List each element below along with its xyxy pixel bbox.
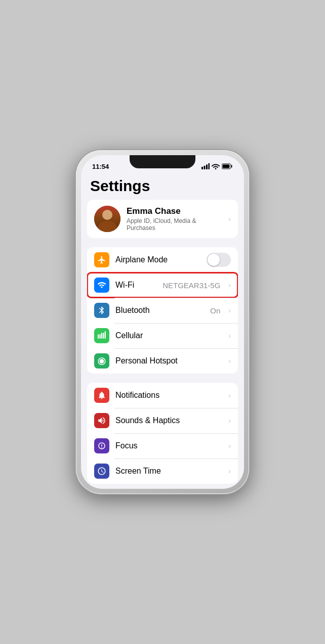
sounds-row[interactable]: Sounds & Haptics › — [87, 408, 238, 433]
connectivity-group: Airplane Mode Wi-Fi NETGEAR31-5G › — [87, 247, 238, 374]
hotspot-label: Personal Hotspot — [115, 356, 222, 365]
screentime-icon — [94, 464, 109, 479]
notifications-chevron: › — [228, 391, 231, 399]
airplane-icon — [94, 252, 109, 267]
notifications-group: Notifications › Sounds & Haptics › — [87, 383, 238, 484]
focus-icon — [94, 438, 109, 453]
profile-group: Emma Chase Apple ID, iCloud, Media & Pur… — [87, 200, 238, 238]
profile-subtitle: Apple ID, iCloud, Media & Purchases — [127, 217, 222, 232]
profile-chevron: › — [228, 215, 231, 223]
status-icons — [201, 163, 233, 169]
hotspot-row[interactable]: Personal Hotspot › — [87, 348, 238, 374]
status-time: 11:54 — [92, 163, 109, 170]
bluetooth-label: Bluetooth — [115, 306, 204, 315]
bluetooth-icon — [94, 303, 109, 318]
svg-rect-1 — [204, 166, 206, 169]
sounds-label: Sounds & Haptics — [115, 416, 222, 425]
notifications-icon — [94, 388, 109, 403]
hotspot-icon — [94, 353, 109, 369]
phone-frame: 11:54 Settings — [76, 150, 249, 494]
profile-row[interactable]: Emma Chase Apple ID, iCloud, Media & Pur… — [87, 200, 238, 238]
cellular-chevron: › — [228, 332, 231, 340]
notch — [130, 155, 195, 168]
hotspot-chevron: › — [228, 357, 231, 365]
screentime-row[interactable]: Screen Time › — [87, 458, 238, 484]
svg-rect-0 — [201, 167, 203, 169]
airplane-mode-toggle[interactable] — [207, 253, 231, 267]
bluetooth-chevron: › — [228, 306, 231, 314]
sounds-chevron: › — [228, 417, 231, 425]
cellular-label: Cellular — [115, 331, 222, 340]
screentime-chevron: › — [228, 467, 231, 475]
wifi-label: Wi-Fi — [115, 281, 156, 290]
wifi-status-icon — [212, 163, 220, 169]
airplane-mode-label: Airplane Mode — [115, 255, 200, 264]
svg-rect-2 — [206, 165, 208, 170]
page-title: Settings — [81, 173, 244, 200]
battery-icon — [222, 163, 233, 169]
wifi-icon — [94, 278, 109, 293]
profile-name: Emma Chase — [127, 206, 222, 216]
cellular-icon — [94, 328, 109, 343]
avatar-image — [94, 206, 120, 232]
svg-rect-3 — [209, 163, 210, 169]
notifications-label: Notifications — [115, 391, 222, 400]
phone-screen: 11:54 Settings — [81, 155, 244, 489]
bluetooth-row[interactable]: Bluetooth On › — [87, 298, 238, 323]
svg-rect-5 — [231, 165, 232, 168]
wifi-row[interactable]: Wi-Fi NETGEAR31-5G › — [87, 272, 238, 298]
focus-row[interactable]: Focus › — [87, 433, 238, 458]
wifi-value: NETGEAR31-5G — [162, 281, 220, 290]
sounds-icon — [94, 413, 109, 428]
cellular-row[interactable]: Cellular › — [87, 323, 238, 348]
airplane-mode-row[interactable]: Airplane Mode — [87, 247, 238, 272]
bluetooth-value: On — [210, 306, 220, 315]
focus-label: Focus — [115, 441, 222, 450]
avatar — [94, 206, 120, 232]
screentime-label: Screen Time — [115, 467, 222, 476]
focus-chevron: › — [228, 442, 231, 450]
wifi-chevron: › — [228, 281, 231, 289]
profile-info: Emma Chase Apple ID, iCloud, Media & Pur… — [127, 206, 222, 232]
notifications-row[interactable]: Notifications › — [87, 383, 238, 408]
signal-icon — [201, 163, 210, 169]
screen-content: Settings Emma Chase Apple ID, iCloud, Me… — [81, 173, 244, 489]
svg-rect-6 — [223, 165, 230, 168]
